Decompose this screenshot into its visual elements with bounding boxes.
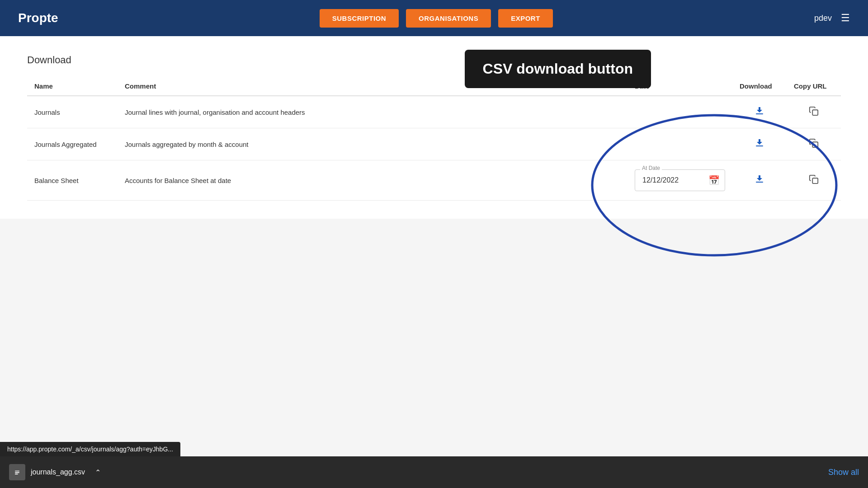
svg-rect-9 xyxy=(15,472,19,473)
row-comment: Journals aggregated by month & account xyxy=(118,128,627,160)
download-table: Name Comment Date Download Copy URL Jour… xyxy=(27,77,841,201)
row-copy-cell xyxy=(787,160,841,201)
copy-icon[interactable] xyxy=(809,174,819,187)
file-name: journals_agg.csv xyxy=(31,468,85,476)
calendar-icon[interactable]: 📅 xyxy=(708,175,720,186)
svg-rect-10 xyxy=(15,474,18,474)
export-button[interactable]: EXPORT xyxy=(498,9,553,28)
main-content: Download Name Comment Date Download Copy… xyxy=(0,36,868,219)
row-copy-cell xyxy=(787,128,841,160)
download-icon[interactable] xyxy=(754,105,765,119)
col-header-copy-url: Copy URL xyxy=(787,77,841,96)
svg-rect-4 xyxy=(756,182,763,183)
row-name: Balance Sheet xyxy=(27,160,118,201)
table-row: Journals Aggregated Journals aggregated … xyxy=(27,128,841,160)
row-date xyxy=(627,96,732,128)
organisations-button[interactable]: ORGANISATIONS xyxy=(406,9,491,28)
file-icon xyxy=(9,464,25,480)
date-container: At Date 📅 xyxy=(635,169,725,191)
nav: SUBSCRIPTION ORGANISATIONS EXPORT xyxy=(320,9,553,28)
row-comment: Accounts for Balance Sheet at date xyxy=(118,160,627,201)
svg-rect-5 xyxy=(812,178,818,183)
download-icon[interactable] xyxy=(754,137,765,151)
header: Propte SUBSCRIPTION ORGANISATIONS EXPORT… xyxy=(0,0,868,36)
table-row: Journals Journal lines with journal, org… xyxy=(27,96,841,128)
col-header-name: Name xyxy=(27,77,118,96)
header-right: pdev ☰ xyxy=(814,12,850,24)
row-download-cell xyxy=(732,128,787,160)
row-name: Journals xyxy=(27,96,118,128)
download-icon[interactable] xyxy=(754,174,765,187)
svg-rect-2 xyxy=(756,145,763,146)
bottom-bar: journals_agg.csv ⌃ Show all xyxy=(0,456,868,488)
download-file-info: journals_agg.csv ⌃ xyxy=(9,464,101,480)
row-copy-cell xyxy=(787,96,841,128)
page-title: Download xyxy=(27,54,841,66)
date-label: At Date xyxy=(640,165,662,171)
copy-icon[interactable] xyxy=(809,138,819,150)
csv-download-callout: CSV download button xyxy=(465,50,651,88)
svg-rect-1 xyxy=(812,110,818,115)
chevron-up-icon[interactable]: ⌃ xyxy=(95,468,101,477)
row-comment: Journal lines with journal, organisation… xyxy=(118,96,627,128)
svg-rect-8 xyxy=(15,471,19,472)
row-download-cell xyxy=(732,160,787,201)
row-date xyxy=(627,128,732,160)
copy-icon[interactable] xyxy=(809,106,819,118)
url-bar: https://app.propte.com/_a/csv/journals/a… xyxy=(0,442,180,456)
hamburger-icon[interactable]: ☰ xyxy=(841,12,850,24)
svg-rect-3 xyxy=(812,142,818,147)
show-all-button[interactable]: Show all xyxy=(828,468,859,477)
col-header-download: Download xyxy=(732,77,787,96)
user-label: pdev xyxy=(814,14,832,23)
table-row: Balance Sheet Accounts for Balance Sheet… xyxy=(27,160,841,201)
row-date-input-cell: At Date 📅 xyxy=(627,160,732,201)
row-download-cell xyxy=(732,96,787,128)
row-name: Journals Aggregated xyxy=(27,128,118,160)
svg-rect-0 xyxy=(756,113,763,114)
subscription-button[interactable]: SUBSCRIPTION xyxy=(320,9,399,28)
logo: Propte xyxy=(18,11,58,25)
